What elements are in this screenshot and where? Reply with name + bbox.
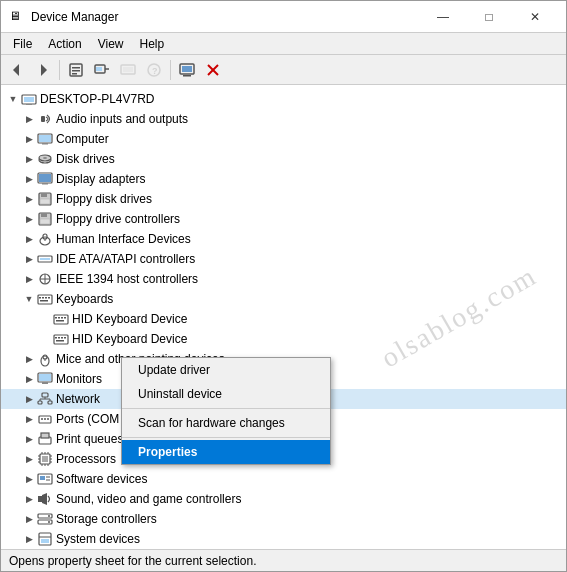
svg-rect-53 [58,317,60,319]
tree-item-sound[interactable]: ▶ Sound, video and game controllers [1,489,566,509]
svg-rect-15 [183,75,191,77]
close-button[interactable]: ✕ [512,1,558,33]
sound-expand: ▶ [21,491,37,507]
svg-rect-45 [38,295,52,304]
tree-item-keyboards[interactable]: ▼ Keyboards [1,289,566,309]
svg-rect-68 [42,382,48,384]
action-button[interactable] [175,58,199,82]
context-menu-sep-2 [122,437,330,438]
tree-item-audio[interactable]: ▶ Audio inputs and outputs [1,109,566,129]
svg-rect-5 [72,73,77,75]
minimize-button[interactable]: — [420,1,466,33]
svg-rect-109 [41,539,49,543]
mice-expand: ▶ [21,351,37,367]
svg-marker-102 [42,493,47,505]
hid-kb-1-icon [53,311,69,327]
storage-label: Storage controllers [56,512,157,526]
tree-item-disk[interactable]: ▶ Disk drives [1,149,566,169]
svg-rect-4 [72,70,80,72]
tree-item-computer[interactable]: ▶ Computer [1,129,566,149]
context-menu: Update driver Uninstall device Scan for … [121,357,331,465]
ide-icon [37,251,53,267]
software-expand: ▶ [21,471,37,487]
computer-label: Computer [56,132,109,146]
svg-rect-58 [55,337,57,339]
context-uninstall-device[interactable]: Uninstall device [122,382,330,406]
main-area[interactable]: olsablog.com ▼ DESKTOP-PL4V7RD ▶ [1,85,566,549]
menu-action[interactable]: Action [40,35,89,53]
network-label: Network [56,392,100,406]
tree-item-system[interactable]: ▶ System devices [1,529,566,549]
svg-rect-100 [46,479,50,481]
svg-text:?: ? [152,66,158,76]
tree-item-storage[interactable]: ▶ Storage controllers [1,509,566,529]
mice-icon [37,351,53,367]
svg-rect-55 [64,317,66,319]
toolbar-sep-2 [170,60,171,80]
ieee-expand: ▶ [21,271,37,287]
svg-rect-52 [55,317,57,319]
keyboards-expand: ▼ [21,291,37,307]
svg-rect-30 [42,183,48,185]
tree-item-software[interactable]: ▶ Software devices [1,469,566,489]
svg-rect-70 [38,401,42,404]
tree-item-ieee[interactable]: ▶ IEEE 1394 host controllers [1,269,566,289]
help-button[interactable]: ? [142,58,166,82]
hid-icon [37,231,53,247]
software-icon [37,471,53,487]
scan-hardware-button[interactable] [90,58,114,82]
tree-item-hid-kb-2[interactable]: ▶ HID Keyboard Device [1,329,566,349]
menu-bar: File Action View Help [1,33,566,55]
svg-rect-61 [64,337,66,339]
network-expand: ▶ [21,391,37,407]
hid-kb-2-label: HID Keyboard Device [72,332,187,346]
print-label: Print queues [56,432,123,446]
remove-button[interactable] [201,58,225,82]
tree-item-hid-kb-1[interactable]: ▶ HID Keyboard Device [1,309,566,329]
svg-rect-81 [41,433,49,438]
tree-item-ide[interactable]: ▶ IDE ATA/ATAPI controllers [1,249,566,269]
svg-rect-71 [48,401,52,404]
svg-point-78 [44,418,46,420]
tree-root[interactable]: ▼ DESKTOP-PL4V7RD [1,89,566,109]
svg-rect-21 [41,116,45,122]
context-scan-hardware[interactable]: Scan for hardware changes [122,411,330,435]
toolbar-sep-1 [59,60,60,80]
context-update-driver[interactable]: Update driver [122,358,330,382]
svg-rect-101 [38,496,42,502]
update-driver-button[interactable] [116,58,140,82]
keyboards-icon [37,291,53,307]
floppy-icon [37,191,53,207]
title-text: Device Manager [31,10,420,24]
menu-file[interactable]: File [5,35,40,53]
forward-button[interactable] [31,58,55,82]
svg-rect-47 [42,297,44,299]
tree-item-floppy2[interactable]: ▶ Floppy drive controllers [1,209,566,229]
hid-label: Human Interface Devices [56,232,191,246]
svg-rect-41 [40,258,50,260]
back-button[interactable] [5,58,29,82]
disk-icon [37,151,53,167]
title-icon: 🖥 [9,9,25,25]
proc-label: Processors [56,452,116,466]
root-label: DESKTOP-PL4V7RD [40,92,155,106]
svg-rect-46 [39,297,41,299]
properties-button[interactable] [64,58,88,82]
floppy2-icon [37,211,53,227]
svg-rect-54 [61,317,63,319]
tree-item-display[interactable]: ▶ Display adapters [1,169,566,189]
audio-label: Audio inputs and outputs [56,112,188,126]
ieee-icon [37,271,53,287]
tree-item-floppy[interactable]: ▶ Floppy disk drives [1,189,566,209]
context-properties[interactable]: Properties [122,440,330,464]
menu-view[interactable]: View [90,35,132,53]
svg-rect-10 [123,67,133,72]
tree-item-hid[interactable]: ▶ Human Interface Devices [1,229,566,249]
svg-rect-60 [61,337,63,339]
maximize-button[interactable]: □ [466,1,512,33]
menu-help[interactable]: Help [132,35,173,53]
hid-kb-2-icon [53,331,69,347]
svg-rect-67 [39,374,51,381]
svg-rect-36 [40,219,50,224]
storage-icon [37,511,53,527]
